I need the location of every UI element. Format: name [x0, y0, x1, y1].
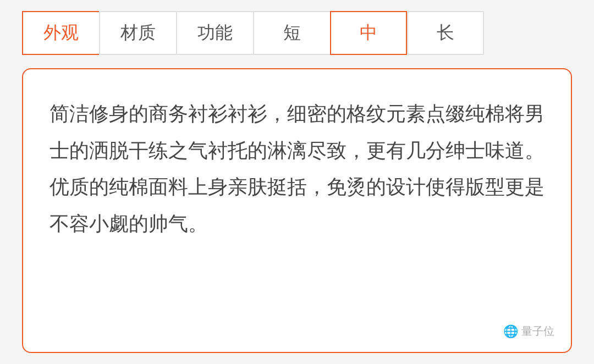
main-container: 外观 材质 功能 短 中 长 简洁修身的商务衬衫衬衫，细密的格纹元素点缀纯棉将男… [0, 0, 594, 364]
tab-zhong-label: 中 [360, 21, 377, 45]
tab-chang[interactable]: 长 [407, 11, 484, 55]
tab-zhong[interactable]: 中 [330, 11, 407, 55]
tab-gongneng[interactable]: 功能 [176, 11, 253, 55]
tab-waiguan-label: 外观 [43, 21, 79, 45]
tab-duan[interactable]: 短 [253, 11, 330, 55]
watermark: 🌐 量子位 [503, 324, 554, 339]
tab-waiguan[interactable]: 外观 [22, 11, 99, 55]
content-text: 简洁修身的商务衬衫衬衫，细密的格纹元素点缀纯棉将男士的洒脱干练之气衬托的淋漓尽致… [50, 96, 544, 242]
tab-duan-label: 短 [283, 21, 301, 45]
tab-chang-label: 长 [437, 21, 454, 45]
content-card: 简洁修身的商务衬衫衬衫，细密的格纹元素点缀纯棉将男士的洒脱干练之气衬托的淋漓尽致… [22, 68, 572, 353]
tabs-row: 外观 材质 功能 短 中 长 [22, 11, 572, 55]
watermark-text: 量子位 [521, 324, 554, 339]
tab-caizhi[interactable]: 材质 [99, 11, 176, 55]
tab-gongneng-label: 功能 [197, 21, 233, 45]
watermark-icon: 🌐 [503, 324, 518, 339]
tab-caizhi-label: 材质 [120, 21, 156, 45]
